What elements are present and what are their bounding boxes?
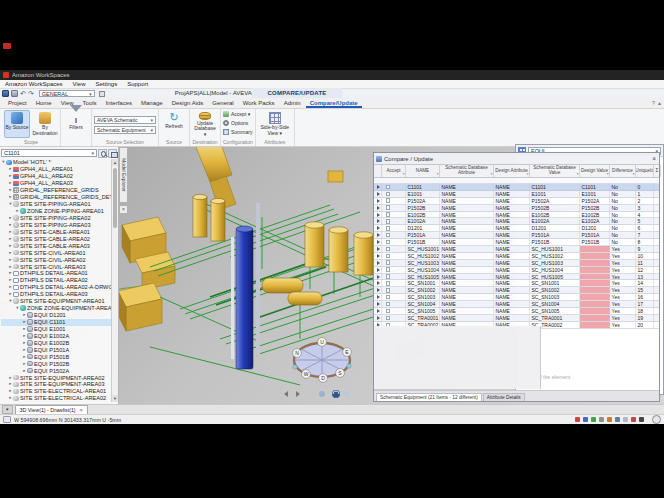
tree-item-equi-e1002a[interactable]: ▸EQUI E1002A [1,332,111,339]
navigation-compass[interactable]: UNWDSE [293,338,352,383]
accept-checkbox[interactable] [386,309,391,314]
tree-item-grid4l-reference-grids[interactable]: ▸GRID4L_REFERENCE_GRIDS [1,187,111,194]
ribbon-tab-home[interactable]: Home [32,98,56,108]
ribbon-tab-interfaces[interactable]: Interfaces [102,98,136,108]
accept-checkbox[interactable] [386,233,391,238]
layers-icon[interactable] [108,149,117,158]
tree-item-site-site-equipment-area02[interactable]: ▸SITE SITE-EQUIPMENT-AREA02 [1,374,111,381]
tree-item-gph4-all-area03[interactable]: ▸GPH4_ALL_AREA03 [1,180,111,187]
accept-checkbox[interactable] [386,254,391,259]
status-icon[interactable] [607,417,612,422]
ribbon-tab-work-packs[interactable]: Work Packs [239,98,279,108]
tree-scrollbar[interactable]: ▲ ▼ [111,159,118,402]
zoom-tool-icon[interactable] [652,415,661,424]
table-row[interactable]: SC_HUS1001NAMENAMESC_HUS1001Yes9 [374,246,659,253]
table-row[interactable]: SC_SN1003NAMENAMESC_SN1003Yes16 [374,294,659,301]
ribbon-tab-design-aids[interactable]: Design Aids [168,98,208,108]
scroll-up-icon[interactable]: ▲ [112,159,118,166]
table-row[interactable]: SC_SN1002NAMENAMESC_SN1002Yes15 [374,287,659,294]
tree-item-zone-zone-equipment-area01[interactable]: ▾ZONE ZONE-EQUIPMENT-AREA01 [1,305,111,312]
accept-checkbox[interactable] [386,302,391,307]
tree-item-site-site-cable-area01[interactable]: ▸SITE SITE-CABLE-AREA01 [1,228,111,235]
tree-item-equi-d1201[interactable]: ▸EQUI D1201 [1,312,111,319]
accept-checkbox[interactable] [386,274,391,279]
table-row[interactable]: P1502BNAMENAMEP1502BP1502BNo3 [374,205,659,212]
column-header-Difference[interactable]: Difference▾ [610,165,636,177]
options-button[interactable]: Options [223,119,248,127]
column-header-Design Attribute[interactable]: Design Attribute▾ [494,165,530,177]
accept-checkbox[interactable] [386,260,391,265]
tree-item-grid4l-reference-grids-detail[interactable]: ▸GRID4L_REFERENCE_GRIDS_DETAIL [1,194,111,201]
compare-table-header[interactable]: Accept▾NAME▾Schematic Database Attribute… [374,165,659,178]
filter-icon[interactable]: ▾ [607,172,609,177]
ribbon-tab-admin[interactable]: Admin [280,98,305,108]
status-icon[interactable] [631,417,636,422]
column-header-row-state[interactable] [374,165,382,177]
tree-item-dthpils-detail-area03[interactable]: ▸DTHPILS DETAIL-AREA03 [1,291,111,298]
accept-checkbox[interactable] [386,185,391,190]
accept-checkbox[interactable] [386,316,391,321]
tree-item-dthpils-detail-area01[interactable]: ▸DTHPILS DETAIL-AREA01 [1,270,111,277]
accept-checkbox[interactable] [386,226,391,231]
scroll-down-icon[interactable]: ▼ [112,395,118,402]
tree-item-equi-p1501a[interactable]: ▸EQUI P1501A [1,346,111,353]
by-source-button[interactable]: By Source [4,110,30,138]
status-icon[interactable] [575,417,580,422]
view-list-dropdown[interactable]: ▾ [2,405,13,414]
table-row[interactable]: SC_SN1001NAMENAMESC_SN1001Yes14 [374,280,659,287]
general-combo[interactable]: GENERAL ▾ [39,90,95,97]
tree-item-site-site-electrical-area01[interactable]: ▸SITE SITE-ELECTRICAL-AREA01 [1,388,111,395]
tree-item-equi-e1001[interactable]: ▸EQUI E1001 [1,326,111,333]
table-row[interactable]: SC_HUS1003NAMENAMESC_HUS1003Yes11 [374,260,659,267]
tree-item-site-site-civil-area02[interactable]: ▸SITE SITE-CIVIL-AREA02 [1,256,111,263]
redo-icon[interactable]: ↷ [28,90,34,97]
status-icon[interactable] [583,417,588,422]
refresh-button[interactable]: ↻ Refresh [161,110,187,138]
column-header-Design Value[interactable]: Design Value▾ [580,165,610,177]
tree-item-site-site-equipment-area01[interactable]: ▾SITE SITE-EQUIPMENT-AREA01 [1,298,111,305]
tree-item-gph4-all-area02[interactable]: ▸GPH4_ALL_AREA02 [1,173,111,180]
model-explorer-close-icon[interactable]: × [119,205,128,214]
tree-item-equi-p1502a[interactable]: ▸EQUI P1502A [1,367,111,374]
help-icon[interactable]: ? [652,100,655,107]
table-row[interactable]: SC_HUS1002NAMENAMESC_HUS1002Yes10 [374,253,659,260]
tree-item-site-site-piping-area02[interactable]: ▸SITE SITE-PIPING-AREA02 [1,215,111,222]
ribbon-tab-project[interactable]: Project [4,98,31,108]
collapse-ribbon-icon[interactable]: ▴ [658,100,661,107]
accept-checkbox[interactable] [386,212,391,217]
accept-checkbox[interactable] [386,192,391,197]
filter-icon[interactable]: ▾ [491,172,493,177]
tree-item-site-site-electrical-area02[interactable]: ▸SITE SITE-ELECTRICAL-AREA02 [1,395,111,402]
compare-footer-tab-2[interactable]: Attribute Details [483,393,525,401]
accept-checkbox[interactable] [386,247,391,252]
filter-icon[interactable]: ▾ [527,172,529,177]
status-icon[interactable] [599,417,604,422]
tree-item-site-site-cable-area02[interactable]: ▸SITE SITE-CABLE-AREA02 [1,235,111,242]
table-row[interactable]: SC_HUS1005NAMENAMESC_HUS1005Yes13 [374,274,659,281]
3d-view-tab[interactable]: 3D View(1) - Drawlist(1) × [15,405,88,414]
filter-icon[interactable]: ▾ [403,172,405,177]
accept-checkbox[interactable] [386,240,391,245]
ribbon-tab-manage[interactable]: Manage [137,98,167,108]
tree-item-equi-c1101[interactable]: ▸EQUI C1101 [1,319,111,326]
menu-item-support[interactable]: Support [127,81,148,87]
accept-checkbox[interactable] [386,295,391,300]
compare-footer-tab-1[interactable]: Schematic Equipment (21 Items - 12 diffe… [376,393,482,401]
table-row[interactable]: P1501ANAMENAMEP1501AP1501ANo7 [374,232,659,239]
table-row[interactable]: E1001NAMENAMEE1001E1001No1 [374,191,659,198]
tree-item-dthpils-detail-area02-a-drwg[interactable]: ▸DTHPILS DETAIL-AREA02-A-DRWG [1,284,111,291]
side-by-side-view-button[interactable]: Side-by-Side View ▾ [258,110,292,138]
view-nav-toolbar[interactable] [284,390,350,398]
filter-icon[interactable]: ▾ [633,172,635,177]
table-row[interactable]: E1002BNAMENAMEE1002BE1002BNo4 [374,212,659,219]
menu-item-amazon-workspaces[interactable]: Amazon WorkSpaces [5,81,63,87]
accept-button[interactable]: Accept ▾ [223,110,250,118]
menu-item-view[interactable]: View [73,81,86,87]
model-explorer-vertical-tab[interactable]: Model Explorer [119,147,128,203]
scroll-thumb[interactable] [113,168,117,228]
tree-item-equi-e1002b[interactable]: ▸EQUI E1002B [1,339,111,346]
tree-item-gph4-all-area01[interactable]: ▸GPH4_ALL_AREA01 [1,166,111,173]
schematic-source-combo[interactable]: AVEVA Schematic ▾ [94,116,156,124]
table-row[interactable]: SC_SN1004NAMENAMESC_SN1004Yes17 [374,301,659,308]
accept-checkbox[interactable] [386,205,391,210]
